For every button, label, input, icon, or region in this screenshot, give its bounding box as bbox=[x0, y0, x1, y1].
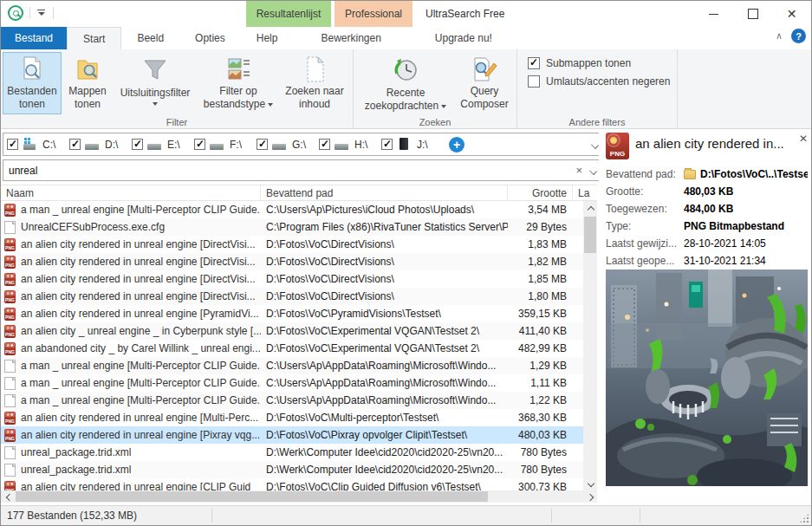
vertical-scrollbar-thumb[interactable] bbox=[584, 217, 596, 253]
group-label-andere-filters: Andere filters bbox=[517, 117, 677, 127]
row-name: a man _ unreal engine [Multi-Perceptor C… bbox=[21, 377, 261, 389]
drive-checkbox-icon[interactable] bbox=[7, 139, 18, 150]
close-details-icon[interactable]: ✕ bbox=[799, 133, 808, 145]
table-row[interactable]: UnrealCEFSubProcess.exe.cfg C:\Program F… bbox=[1, 218, 583, 236]
recent-searches-button[interactable]: Recente zoekopdrachten bbox=[357, 52, 454, 114]
file-type-icon bbox=[4, 342, 16, 355]
row-path: C:\Users\Ap\AppData\Roaming\Microsoft\Wi… bbox=[261, 360, 508, 372]
clear-search-icon[interactable]: × bbox=[568, 164, 589, 177]
divider bbox=[29, 7, 30, 19]
row-size: 1,22 KB bbox=[508, 394, 573, 406]
column-header-laatst[interactable]: La bbox=[573, 185, 597, 200]
checkbox-submappen[interactable]: Submappen tonen bbox=[528, 57, 670, 69]
column-header-grootte[interactable]: Grootte bbox=[508, 185, 573, 200]
drive-checkbox-icon[interactable] bbox=[69, 139, 81, 150]
row-path: D:\Fotos\VoC\Clip Guided Diffusion v6\Te… bbox=[261, 481, 508, 490]
customize-toolbar-icon[interactable] bbox=[36, 8, 47, 18]
show-folders-button[interactable]: Mappen tonen bbox=[63, 52, 112, 114]
button-label: Bestanden tonen bbox=[6, 85, 58, 111]
table-row[interactable]: an alien city rendered in unreal engine … bbox=[1, 409, 583, 426]
table-row[interactable]: an alien city rendered in unreal engine … bbox=[1, 305, 583, 322]
query-composer-button[interactable]: Query Composer bbox=[456, 52, 513, 114]
row-path: D:\Fotos\VoC\DirectVisions\ bbox=[261, 256, 508, 268]
minimize-button[interactable] bbox=[694, 1, 733, 27]
vertical-scrollbar[interactable] bbox=[583, 201, 597, 490]
ribbon-group-andere-filters: Submappen tonen Umlauts/accenten negeren… bbox=[517, 49, 678, 128]
table-row[interactable]: an alien city rendered in unreal engine … bbox=[1, 236, 583, 253]
table-row[interactable]: a man _ unreal engine [Multi-Perceptor C… bbox=[1, 374, 583, 392]
table-row[interactable]: an alien city rendered in unreal engine … bbox=[1, 288, 583, 305]
table-row[interactable]: a man _ unreal engine [Multi-Perceptor C… bbox=[1, 357, 583, 374]
drive-checkbox-icon[interactable] bbox=[381, 139, 393, 150]
drive-checkbox-icon[interactable] bbox=[257, 139, 268, 150]
exclude-filter-button[interactable]: Uitsluitingsfilter bbox=[114, 52, 197, 114]
row-size: 1,83 MB bbox=[508, 238, 573, 250]
tab-bestand[interactable]: Bestand bbox=[1, 27, 67, 49]
row-path: C:\Program Files (x86)\RivaTuner Statist… bbox=[261, 221, 508, 233]
show-files-button[interactable]: Bestanden tonen bbox=[3, 52, 62, 114]
drive-item[interactable]: J:\ bbox=[381, 138, 444, 151]
table-row[interactable]: an abandoned city _ by Carel Willink _ u… bbox=[1, 340, 583, 357]
maximize-button[interactable] bbox=[733, 1, 772, 27]
row-name: unreal_package.trid.xml bbox=[21, 446, 131, 458]
row-path: D:\Fotos\VoC\Multi-perceptor\Testset\ bbox=[261, 412, 508, 424]
search-input[interactable]: unreal bbox=[9, 165, 568, 177]
field-label: Laatst geope... bbox=[606, 255, 684, 267]
drive-checkbox-icon[interactable] bbox=[132, 139, 143, 150]
tab-start[interactable]: Start bbox=[67, 27, 121, 49]
tab-help[interactable]: Help bbox=[241, 27, 294, 49]
menu-bar: Bestand Start Beeld Opties Help Bewerkin… bbox=[1, 27, 811, 49]
tab-upgrade[interactable]: Upgrade nu! bbox=[419, 27, 508, 49]
drive-item[interactable]: D:\ bbox=[69, 138, 132, 151]
button-label: Filter op bestandstype bbox=[202, 85, 275, 111]
table-row[interactable]: a man _ unreal engine [Multi-Perceptor C… bbox=[1, 201, 583, 218]
drive-item[interactable]: E:\ bbox=[132, 138, 194, 151]
checkbox-icon[interactable] bbox=[528, 75, 540, 88]
column-header-naam[interactable]: Naam bbox=[1, 185, 261, 200]
search-content-button[interactable]: Zoeken naar inhoud bbox=[280, 52, 349, 114]
table-row[interactable]: an alien city rendered in unreal engine … bbox=[1, 253, 583, 270]
table-row[interactable]: an alien city rendered in unreal engine … bbox=[1, 426, 583, 444]
close-button[interactable]: ✕ bbox=[772, 1, 811, 27]
search-dropdown-icon[interactable] bbox=[589, 166, 598, 175]
scroll-right-icon[interactable] bbox=[583, 490, 597, 503]
quick-access-toolbar bbox=[8, 5, 54, 21]
tab-opties[interactable]: Opties bbox=[179, 27, 241, 49]
details-field: Grootte: 480,03 KB bbox=[606, 185, 808, 198]
scroll-down-icon[interactable] bbox=[583, 477, 597, 490]
row-name: an alien city rendered in unreal engine … bbox=[21, 429, 260, 441]
table-row[interactable]: an alien city rendered in unreal engine … bbox=[1, 478, 583, 490]
drive-item[interactable]: G:\ bbox=[257, 138, 319, 151]
horizontal-scrollbar[interactable] bbox=[1, 490, 597, 503]
drive-checkbox-icon[interactable] bbox=[319, 139, 330, 150]
add-drive-button[interactable]: + bbox=[449, 137, 464, 153]
png-file-icon bbox=[606, 133, 629, 159]
resize-grip[interactable] bbox=[799, 513, 809, 523]
help-icon[interactable]: ? bbox=[791, 29, 806, 43]
drive-checkbox-icon[interactable] bbox=[194, 139, 205, 150]
column-header-bevattend-pad[interactable]: Bevattend pad bbox=[261, 185, 508, 200]
filetype-filter-button[interactable]: Filter op bestandstype bbox=[198, 52, 278, 114]
table-row[interactable]: an alien city rendered in unreal engine … bbox=[1, 270, 583, 288]
scroll-left-icon[interactable] bbox=[1, 490, 15, 503]
checkbox-icon[interactable] bbox=[528, 57, 540, 69]
scroll-up-icon[interactable] bbox=[583, 201, 597, 215]
horizontal-scrollbar-thumb[interactable] bbox=[16, 491, 488, 502]
table-row[interactable]: unreal_package.trid.xml D:\Werk\Computer… bbox=[1, 461, 583, 478]
row-size: 1,82 MB bbox=[508, 256, 573, 268]
row-size: 1,29 KB bbox=[508, 360, 573, 372]
table-row[interactable]: a man _ unreal engine [Multi-Perceptor C… bbox=[1, 392, 583, 409]
table-row[interactable]: unreal_package.trid.xml D:\Werk\Computer… bbox=[1, 444, 583, 461]
collapse-ribbon-icon[interactable]: ∧ bbox=[776, 30, 783, 42]
drive-item[interactable]: C:\ bbox=[7, 138, 69, 151]
drive-label: C:\ bbox=[42, 139, 55, 151]
drive-item[interactable]: H:\ bbox=[319, 138, 381, 151]
tab-beeld[interactable]: Beeld bbox=[121, 27, 179, 49]
ribbon-group-zoeken: Recente zoekopdrachten Query Composer Zo… bbox=[354, 49, 517, 128]
search-bar[interactable]: unreal × bbox=[3, 159, 604, 181]
drive-item[interactable]: F:\ bbox=[194, 138, 257, 151]
row-name: an alien city rendered in unreal engine … bbox=[21, 256, 256, 268]
checkbox-umlauts[interactable]: Umlauts/accenten negeren bbox=[528, 75, 670, 88]
tab-bewerkingen[interactable]: Bewerkingen bbox=[305, 27, 396, 49]
table-row[interactable]: an alien city _ unreal engine _ in Cyber… bbox=[1, 322, 583, 340]
